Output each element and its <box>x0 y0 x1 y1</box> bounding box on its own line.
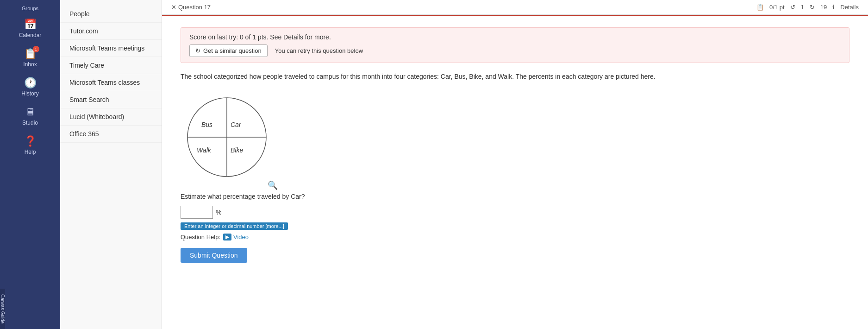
sidebar-item-studio[interactable]: 🖥 Studio <box>0 101 60 131</box>
sidebar-label-history: History <box>21 90 38 97</box>
history-icon: 🕐 <box>24 77 37 89</box>
inbox-icon: 📋 1 <box>24 48 37 60</box>
pie-chart: Bus Car Walk Bike 🔍 <box>181 91 273 183</box>
input-hint-text: Enter an integer or decimal number [more… <box>181 222 288 230</box>
sidebar-label-help: Help <box>25 149 36 155</box>
sidebar-label-calendar: Calendar <box>19 32 42 38</box>
zoom-icon[interactable]: 🔍 <box>268 180 278 190</box>
sidebar-item-history[interactable]: 🕐 History <box>0 72 60 101</box>
answer-input[interactable] <box>181 206 213 219</box>
refresh-icon: ↻ <box>810 4 815 11</box>
video-label: Video <box>233 234 249 240</box>
sidebar-item-calendar[interactable]: 📅 Calendar <box>0 14 60 43</box>
input-hint: Enter an integer or decimal number [more… <box>181 221 849 234</box>
score-notice: Score on last try: 0 of 1 pts. See Detai… <box>181 27 849 63</box>
question-label: Question 17 <box>178 4 211 11</box>
get-similar-button[interactable]: ↻ Get a similar question <box>189 44 268 57</box>
percent-symbol: % <box>216 209 221 216</box>
canvas-guide-container: Canvas Guide <box>0 289 60 329</box>
pie-label-car: Car <box>231 121 241 128</box>
close-question-button[interactable]: ✕ Question 17 <box>171 4 211 11</box>
sidebar-label-inbox: Inbox <box>23 61 37 68</box>
refresh-count: 19 <box>820 4 827 11</box>
inbox-badge: 1 <box>33 46 39 52</box>
estimate-question-text: Estimate what percentage traveled by Car… <box>181 193 849 200</box>
submit-button[interactable]: Submit Question <box>181 248 247 263</box>
question-text: The school categorized how people travel… <box>181 71 849 82</box>
top-bar: ✕ Question 17 📋 0/1 pt ↺ 1 ↻ 19 ℹ Detail… <box>162 0 868 15</box>
nav-item-msteams-classes[interactable]: Microsoft Teams classes <box>60 74 162 91</box>
info-icon: ℹ <box>832 4 835 11</box>
help-icon: ❓ <box>24 135 37 147</box>
pie-chart-container: Bus Car Walk Bike 🔍 <box>181 91 849 183</box>
question-help: Question Help: ▶ Video <box>181 234 849 240</box>
groups-label: Groups <box>0 4 60 14</box>
help-label: Question Help: <box>181 234 220 240</box>
nav-item-people[interactable]: People <box>60 6 162 23</box>
sidebar-item-inbox[interactable]: 📋 1 Inbox <box>0 43 60 72</box>
calendar-icon: 📅 <box>24 19 37 31</box>
answer-row: % <box>181 206 849 219</box>
score-notice-text: Score on last try: 0 of 1 pts. See Detai… <box>189 33 841 41</box>
sidebar: Groups 📅 Calendar 📋 1 Inbox 🕐 History 🖥 … <box>0 0 60 329</box>
retry-icon: ↺ <box>790 4 795 11</box>
video-icon: ▶ <box>223 234 231 240</box>
studio-icon: 🖥 <box>25 106 35 118</box>
details-button[interactable]: Details <box>840 4 859 11</box>
top-bar-right: 📋 0/1 pt ↺ 1 ↻ 19 ℹ Details <box>756 4 859 11</box>
sidebar-item-help[interactable]: ❓ Help <box>0 131 60 160</box>
score-text: 0/1 pt <box>769 4 785 11</box>
retry-count: 1 <box>801 4 804 11</box>
nav-item-office365[interactable]: Office 365 <box>60 126 162 143</box>
nav-item-lucid[interactable]: Lucid (Whiteboard) <box>60 108 162 126</box>
retry-text: You can retry this question below <box>275 47 363 54</box>
pie-svg <box>181 91 273 183</box>
nav-item-timely-care[interactable]: Timely Care <box>60 57 162 74</box>
nav-list: People Tutor.com Microsoft Teams meeting… <box>60 0 162 329</box>
pie-label-bus: Bus <box>201 121 212 128</box>
canvas-guide-label[interactable]: Canvas Guide <box>0 289 5 329</box>
nav-item-msteams-meetings[interactable]: Microsoft Teams meetings <box>60 40 162 57</box>
refresh-btn-icon: ↻ <box>195 47 200 54</box>
close-icon: ✕ <box>171 4 176 11</box>
main-content: ✕ Question 17 📋 0/1 pt ↺ 1 ↻ 19 ℹ Detail… <box>162 0 868 329</box>
pie-label-bike: Bike <box>231 146 243 154</box>
score-icon: 📋 <box>756 4 764 11</box>
video-link[interactable]: ▶ Video <box>223 234 249 240</box>
similar-btn-label: Get a similar question <box>203 47 262 54</box>
nav-item-tutor[interactable]: Tutor.com <box>60 23 162 40</box>
question-area: Score on last try: 0 of 1 pts. See Detai… <box>162 16 868 329</box>
nav-item-smart-search[interactable]: Smart Search <box>60 91 162 108</box>
sidebar-label-studio: Studio <box>22 120 38 126</box>
pie-label-walk: Walk <box>197 146 211 154</box>
